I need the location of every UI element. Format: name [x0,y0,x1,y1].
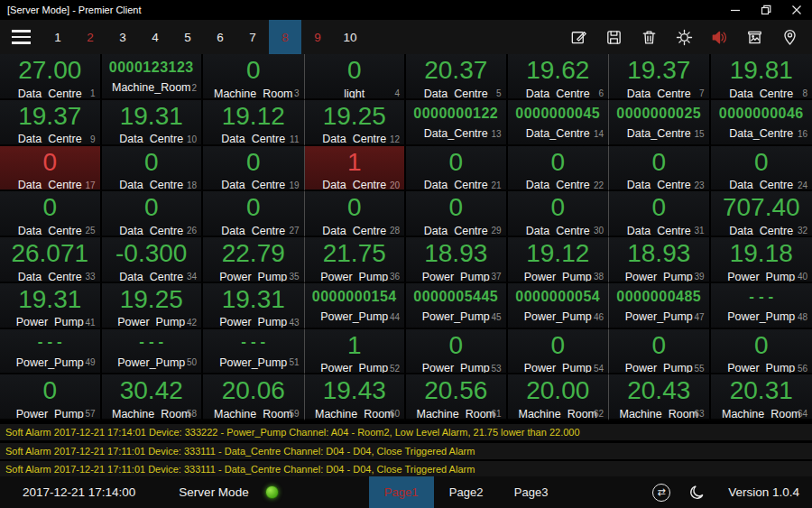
toolbar-tab-1[interactable]: 1 [42,20,74,54]
grid-cell-2[interactable]: 0000123123Machine_Room2 [102,54,204,100]
grid-cell-5[interactable]: 20.37Data_Centre5 [406,54,508,100]
grid-cell-10[interactable]: 19.31Data_Centre10 [102,100,204,146]
grid-cell-29[interactable]: 0Data_Centre29 [406,191,508,237]
page-tab-page3[interactable]: Page3 [499,476,564,508]
grid-cell-63[interactable]: 20.43Machine_Room63 [609,374,711,420]
toolbar-tab-7[interactable]: 7 [236,20,269,54]
grid-cell-36[interactable]: 21.75Power_Pump36 [305,237,407,283]
grid-cell-14[interactable]: 0000000045Data_Centre14 [508,100,610,146]
grid-cell-50[interactable]: ---Power_Pump50 [102,329,204,375]
grid-cell-56[interactable]: 0Power_Pump56 [711,329,812,375]
cell-label-row: Power_Pump35 [203,268,304,283]
grid-cell-18[interactable]: 0Data_Centre18 [102,146,204,192]
grid-cell-37[interactable]: 18.93Power_Pump37 [406,237,508,283]
toolbar-tab-2[interactable]: 2 [74,20,106,54]
grid-cell-42[interactable]: 19.25Power_Pump42 [102,283,204,329]
grid-cell-6[interactable]: 19.62Data_Centre6 [508,54,610,100]
grid-cell-23[interactable]: 0Data_Centre23 [609,146,711,192]
cell-value: 0 [0,374,100,405]
grid-cell-19[interactable]: 0Data_Centre19 [203,146,305,192]
alarm-row[interactable]: Soft Alarm 2017-12-21 17:11:01 Device: 3… [0,443,812,459]
image-archive-button[interactable] [743,25,765,49]
grid-cell-47[interactable]: 0000000485Power_Pump47 [609,283,711,329]
alarm-row[interactable]: Soft Alarm 2017-12-21 17:14:01 Device: 3… [0,424,812,440]
grid-cell-33[interactable]: 26.071Data_Centre33 [0,237,102,283]
sync-button[interactable]: ⇄ [651,482,672,503]
grid-cell-24[interactable]: 0Data_Centre24 [711,146,812,192]
grid-cell-26[interactable]: 0Data_Centre26 [102,191,204,237]
grid-cell-58[interactable]: 30.42Machine_Room58 [102,374,204,420]
edit-button[interactable] [567,25,589,49]
menu-button[interactable] [0,20,42,54]
grid-cell-28[interactable]: 0Data_Centre28 [305,191,407,237]
toolbar-tab-4[interactable]: 4 [139,20,171,54]
grid-cell-52[interactable]: 1Power_Pump52 [305,329,407,375]
mute-button[interactable] [708,25,730,49]
grid-cell-45[interactable]: 0000005445Power_Pump45 [406,283,508,329]
location-button[interactable] [779,25,800,49]
grid-cell-41[interactable]: 19.31Power_Pump41 [0,283,102,329]
alarm-row[interactable]: Soft Alarm 2017-12-21 17:11:01 Device: 3… [0,461,812,477]
save-button[interactable] [603,25,624,49]
grid-cell-32[interactable]: 707.40Data_Centre32 [711,191,812,237]
grid-cell-62[interactable]: 20.00Machine_Room62 [508,374,610,420]
toolbar-tab-5[interactable]: 5 [171,20,204,54]
grid-cell-34[interactable]: -0.300Data_Centre34 [102,237,204,283]
grid-cell-7[interactable]: 19.37Data_Centre7 [609,54,711,100]
grid-cell-59[interactable]: 20.06Machine_Room59 [203,374,305,420]
grid-cell-1[interactable]: 27.00Data_Centre1 [0,54,102,100]
grid-cell-3[interactable]: 0Machine_Room3 [203,54,305,100]
grid-cell-54[interactable]: 0Power_Pump54 [508,329,610,375]
grid-cell-31[interactable]: 0Data_Centre31 [609,191,711,237]
grid-cell-9[interactable]: 19.37Data_Centre9 [0,100,102,146]
grid-cell-12[interactable]: 19.25Data_Centre12 [305,100,407,146]
grid-cell-57[interactable]: 0Power_Pump57 [0,374,102,420]
toolbar-tab-9[interactable]: 9 [301,20,334,54]
cell-index: 41 [85,318,95,328]
grid-cell-46[interactable]: 0000000054Power_Pump46 [508,283,610,329]
grid-cell-16[interactable]: 0000000046Data_Centre16 [711,100,812,146]
grid-cell-44[interactable]: 0000000154Power_Pump44 [305,283,407,329]
grid-cell-27[interactable]: 0Data_Centre27 [203,191,305,237]
toolbar-tab-3[interactable]: 3 [106,20,139,54]
grid-cell-49[interactable]: ---Power_Pump49 [0,329,102,375]
grid-cell-38[interactable]: 19.12Power_Pump38 [508,237,610,283]
grid-cell-25[interactable]: 0Data_Centre25 [0,191,102,237]
grid-cell-35[interactable]: 22.79Power_Pump35 [203,237,305,283]
grid-cell-53[interactable]: 0Power_Pump53 [406,329,508,375]
grid-cell-21[interactable]: 0Data_Centre21 [406,146,508,192]
settings-button[interactable] [673,25,695,49]
grid-cell-40[interactable]: 19.18Power_Pump40 [711,237,812,283]
toolbar-tab-6[interactable]: 6 [204,20,236,54]
grid-cell-15[interactable]: 0000000025Data_Centre15 [609,100,711,146]
toolbar-tab-10[interactable]: 10 [334,20,366,54]
cell-label: Data_Centre [627,88,691,100]
page-tab-page2[interactable]: Page2 [434,476,499,508]
grid-cell-8[interactable]: 19.81Data_Centre8 [711,54,812,100]
grid-cell-30[interactable]: 0Data_Centre30 [508,191,610,237]
grid-cell-22[interactable]: 0Data_Centre22 [508,146,610,192]
grid-cell-39[interactable]: 18.93Power_Pump39 [609,237,711,283]
grid-cell-55[interactable]: 0Power_Pump55 [609,329,711,375]
cell-index: 8 [802,88,807,98]
grid-cell-20[interactable]: 1Data_Centre20 [305,146,407,192]
grid-cell-4[interactable]: 0light4 [305,54,407,100]
page-tab-page1[interactable]: Page1 [369,476,434,508]
cell-index: 52 [390,364,400,374]
maximize-button[interactable] [751,0,781,20]
grid-cell-17[interactable]: 0Data_Centre17 [0,146,102,192]
grid-cell-43[interactable]: 19.31Power_Pump43 [203,283,305,329]
grid-cell-48[interactable]: ---Power_Pump48 [711,283,812,329]
grid-cell-11[interactable]: 19.12Data_Centre11 [203,100,305,146]
delete-button[interactable] [638,25,660,49]
close-button[interactable] [781,0,812,20]
toolbar-tab-8[interactable]: 8 [269,20,301,54]
grid-cell-60[interactable]: 19.43Machine_Room60 [305,374,407,420]
grid-cell-51[interactable]: ---Power_Pump51 [203,329,305,375]
minimize-button[interactable] [720,0,751,20]
grid-cell-64[interactable]: 20.31Machine_Room64 [711,374,812,420]
night-mode-button[interactable] [687,482,708,503]
grid-cell-61[interactable]: 20.56Machine_Room61 [406,374,508,420]
cell-value: 0 [711,329,812,360]
grid-cell-13[interactable]: 0000000122Data_Centre13 [406,100,508,146]
